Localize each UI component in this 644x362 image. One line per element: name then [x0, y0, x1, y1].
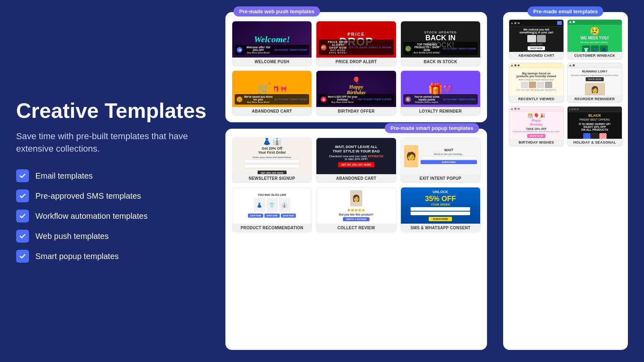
abandoned-push-preview: 🛒 🎁 🎀 🛒 We've saved you items for you! B…	[232, 71, 312, 107]
checklist-label-2: Pre-approved SMS templates	[35, 191, 141, 201]
template-product-rec[interactable]: YOU MAY ALSO LIKE 👗 👕 👔 SHOP NOW SHOP NO…	[232, 187, 312, 232]
product-rec-item-1: 👗	[254, 198, 265, 212]
template-exit-intent[interactable]: 🧑 WAIT Sorry to see you leaving... SUBSC…	[400, 138, 481, 183]
abandoned-push-notif-title: We've saved you items for you!	[244, 95, 273, 101]
exit-intent-name: EXIT INTENT POPUP	[401, 174, 480, 183]
email-reorder[interactable]: RUNNING LOW? You were amazing, a good ti…	[567, 63, 622, 103]
newsletter-inner: 👗 👔 Get 20% OffYour First Order Enter yo…	[235, 138, 308, 174]
sms-phone-field	[411, 207, 470, 211]
abandoned-popup-name: ABANDONED CART	[316, 174, 396, 183]
email-holiday[interactable]: LOGO BLACKFRIDAY BEST OFFERS IT IS HERE!…	[567, 106, 622, 146]
price-drop-notif-icon: 🏷	[321, 45, 326, 50]
template-newsletter[interactable]: 👗 👔 Get 20% OffYour First Order Enter yo…	[232, 138, 312, 183]
back-in-stock-notif-bar: 🎁 Top Trending Products – Shop Now Buy M…	[403, 42, 478, 55]
popup-section: Pre-made smart popup templates 👗 👔 Get 2…	[225, 129, 487, 350]
price-drop-notif-content: Price Drop Alert! Shop Now Buy More Save…	[328, 41, 348, 54]
birthday-notif-title: Here's $20 OFF for your birthday!	[328, 95, 357, 101]
price-drop-notif-title: Price Drop Alert! Shop Now	[328, 41, 348, 49]
template-loyalty-push[interactable]: 🎁 💜 ⭐ You've earned some loyalty points …	[400, 70, 481, 116]
checklist-item-4: Web push templates	[16, 230, 209, 243]
abandoned-push-notif-icon: 🛒	[237, 97, 242, 102]
email-abandoned-cart[interactable]: 🛒 We noticed you leftsomething(s) in you…	[509, 19, 564, 60]
template-sms-consent[interactable]: UNLOCK 35% OFF YOUR ORDER SUBSCRIBE SMS …	[400, 187, 481, 232]
review-person-image: 👩	[350, 190, 362, 206]
welcome-notif-icon: 🛍	[237, 47, 242, 53]
price-drop-notif-body: Buy More Save More!	[328, 49, 348, 54]
review-write-btn: WRITE A REVIEW	[343, 217, 369, 221]
email-winback-preview: 😢 WE MISS YOU! We have new offers waitin…	[568, 20, 622, 52]
abandoned-cart-email-name: ABANDONED CART	[509, 52, 564, 59]
holiday-email-name: HOLIDAY & SEASONAL	[568, 139, 622, 146]
welcome-notif-actions: GO TO SHOP TODAY'S OFFER	[275, 49, 308, 51]
back-in-stock-name: BACK IN STOCK	[401, 58, 480, 66]
email-winback[interactable]: 😢 WE MISS YOU! We have new offers waitin…	[567, 19, 622, 60]
push-section: Pre-made web push templates Welcome! 🛍 W…	[225, 12, 487, 122]
welcome-push-name: WELCOME PUSH	[232, 58, 312, 66]
back-in-stock-notif-body: Buy More Save More!	[412, 51, 442, 54]
review-question: Did you like this product?	[339, 213, 374, 216]
welcome-preview: Welcome! 🛍 Welcome offer: Get 20% OFF Bu…	[232, 21, 312, 58]
birthday-notif-content: Here's $20 OFF for your birthday! Buy Mo…	[328, 95, 357, 103]
back-in-stock-notif-icon: 🎁	[405, 46, 411, 51]
stock-offer-btn: TODAY'S OFFER	[458, 47, 476, 50]
product-rec-name: PRODUCT RECOMMENDATION	[232, 224, 312, 232]
sms-consent-name: SMS & WHATSAPP CONSENT	[401, 224, 480, 232]
abandoned-popup-title: WAIT, DON'T LEAVE ALLTHAT STYLE IN YOUR …	[332, 145, 380, 154]
check-icon-5	[16, 250, 29, 263]
check-icon-4	[16, 230, 29, 243]
popup-templates-grid: 👗 👔 Get 20% OffYour First Order Enter yo…	[232, 138, 481, 232]
price-drop-actions: GO TO SHOP TODAY'S OFFER	[349, 46, 392, 49]
popup-section-label: Pre-made smart popup templates	[385, 123, 479, 133]
collect-review-preview: 👩 ★★★★★ Did you like this product? WRITE…	[316, 187, 396, 224]
template-back-in-stock[interactable]: STOCK UPDATED BACK INSTOCK! 🎁 Top Trendi…	[400, 21, 481, 66]
stock-goto-btn: Go To Shop	[443, 47, 457, 50]
birthday-offer-btn: TODAY'S OFFER	[374, 98, 392, 101]
loyalty-push-preview: 🎁 💜 ⭐ You've earned some loyalty points …	[401, 71, 480, 107]
loyalty-notif-icon: ⭐	[405, 97, 411, 102]
exit-sub: Sorry to see you leaving...	[421, 153, 477, 155]
exit-person-image: 🧑	[404, 145, 418, 167]
check-icon-1	[16, 169, 29, 182]
email-grid: 🛒 We noticed you leftsomething(s) in you…	[509, 19, 622, 146]
checklist-item-2: Pre-approved SMS templates	[16, 189, 209, 202]
product-rec-btns: SHOP NOW SHOP NOW SHOP NOW	[248, 214, 296, 218]
email-birthday-preview: 🎊🎈🎉 HappyBirthday TAKE 10% OFF Celebrate…	[509, 107, 564, 139]
product-rec-item-2: 👕	[266, 198, 278, 212]
welcome-notif-bar: 🛍 Welcome offer: Get 20% OFF Buy More Sa…	[235, 45, 309, 55]
birthday-notif-body: Buy More Save More!	[328, 101, 357, 103]
birthday-actions: GO TO SHOP TODAY'S OFFER	[359, 98, 392, 101]
email-birthday[interactable]: 🎊🎈🎉 HappyBirthday TAKE 10% OFF Celebrate…	[509, 106, 564, 146]
template-collect-review[interactable]: 👩 ★★★★★ Did you like this product? WRITE…	[316, 187, 396, 232]
abandoned-popup-sub: Checkout now and use code MYFIRST20to ta…	[329, 155, 384, 160]
back-in-stock-preview: STOCK UPDATED BACK INSTOCK! 🎁 Top Trendi…	[401, 21, 480, 58]
checklist-label-1: Email templates	[35, 171, 93, 181]
checklist-label-5: Smart popup templates	[35, 252, 119, 261]
winback-email-name: CUSTOMER WINBACK	[568, 52, 622, 59]
exit-title: WAIT	[421, 148, 477, 152]
product-rec-items: 👗 👕 👔	[254, 198, 290, 212]
abandoned-push-notif-bar: 🛒 We've saved you items for you! Buy Mor…	[235, 94, 309, 105]
birthday-email-name: BIRTHDAY WISHES	[509, 139, 564, 146]
checklist-item-3: Workflow automation templates	[16, 210, 209, 222]
checklist-label-3: Workflow automation templates	[35, 212, 148, 221]
email-recently-viewed[interactable]: Big savings found onproducts you recentl…	[509, 63, 564, 103]
template-abandoned-push[interactable]: 🛒 🎁 🎀 🛒 We've saved you items for you! B…	[232, 70, 312, 116]
template-birthday-push[interactable]: 🎈 HappyBirthdayto you 🎂 Here's $20 OFF f…	[316, 70, 396, 116]
email-reorder-preview: RUNNING LOW? You were amazing, a good ti…	[568, 63, 622, 95]
template-welcome-push[interactable]: Welcome! 🛍 Welcome offer: Get 20% OFF Bu…	[232, 21, 312, 66]
checklist: Email templates Pre-approved SMS templat…	[16, 169, 209, 263]
newsletter-title: Get 20% OffYour First Order	[237, 147, 307, 155]
template-abandoned-popup[interactable]: WAIT, DON'T LEAVE ALLTHAT STYLE IN YOUR …	[316, 138, 396, 183]
price-drop-preview: PRICE DROP 🏷 Price Drop Alert! Shop Now …	[316, 21, 396, 58]
sms-consent-preview: UNLOCK 35% OFF YOUR ORDER SUBSCRIBE	[401, 187, 480, 224]
page-container: Creative Templates Save time with pre-bu…	[0, 0, 644, 362]
template-price-drop[interactable]: PRICE DROP 🏷 Price Drop Alert! Shop Now …	[316, 21, 396, 66]
abandoned-goto-btn: GO TO SHOP	[275, 98, 289, 101]
sms-submit-btn: SUBSCRIBE	[429, 217, 452, 221]
welcome-notif-content: Welcome offer: Get 20% OFF Buy More Save…	[244, 46, 273, 54]
price-drop-notif-bar: 🏷 Price Drop Alert! Shop Now Buy More Sa…	[319, 39, 393, 55]
price-goto-btn: GO TO SHOP	[349, 46, 367, 49]
newsletter-preview: 👗 👔 Get 20% OffYour First Order Enter yo…	[232, 138, 312, 174]
birthday-notif-bar: 🎂 Here's $20 OFF for your birthday! Buy …	[319, 94, 393, 105]
sms-email-field	[411, 212, 470, 215]
